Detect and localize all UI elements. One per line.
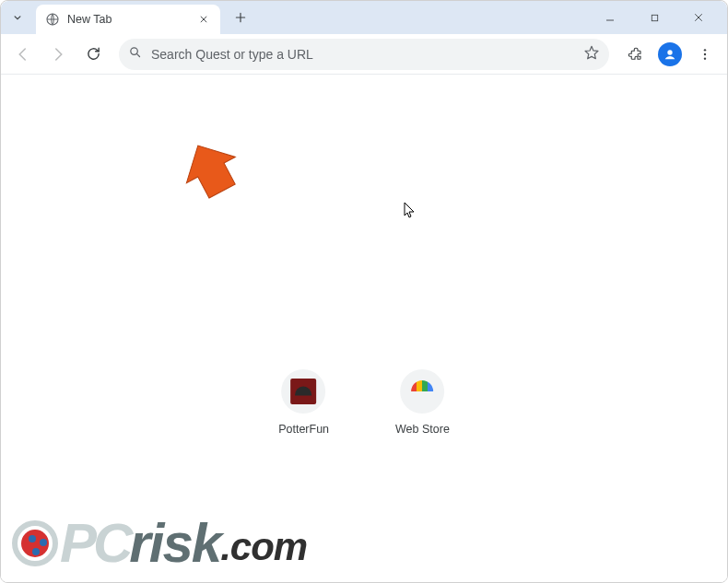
new-tab-page: PotterFun Web Store PC risk .com bbox=[1, 75, 727, 582]
maximize-icon bbox=[650, 13, 660, 23]
watermark-text-risk: risk bbox=[129, 511, 220, 575]
titlebar: New Tab bbox=[1, 1, 727, 34]
svg-point-4 bbox=[704, 49, 706, 51]
bug-logo-icon bbox=[12, 520, 58, 566]
shortcut-icon-circle bbox=[282, 369, 326, 414]
reload-icon bbox=[86, 46, 101, 62]
profile-button[interactable] bbox=[655, 40, 685, 69]
avatar-icon bbox=[658, 42, 682, 66]
pcrisk-watermark: PC risk .com bbox=[12, 511, 307, 575]
close-window-button[interactable] bbox=[679, 5, 718, 30]
chevron-down-icon bbox=[11, 11, 24, 24]
browser-tab[interactable]: New Tab bbox=[36, 5, 220, 34]
plus-icon bbox=[234, 11, 247, 24]
star-icon bbox=[583, 44, 600, 61]
window-controls bbox=[591, 5, 723, 30]
toolbar bbox=[1, 34, 727, 75]
shortcut-label: Web Store bbox=[395, 423, 450, 436]
shortcut-icon-circle bbox=[400, 369, 444, 414]
address-bar[interactable] bbox=[119, 39, 609, 70]
arrow-right-icon bbox=[50, 46, 66, 63]
tab-close-button[interactable] bbox=[196, 12, 211, 27]
close-icon bbox=[199, 15, 208, 24]
search-icon bbox=[128, 45, 142, 63]
minimize-button[interactable] bbox=[591, 5, 629, 30]
menu-button[interactable] bbox=[690, 40, 720, 69]
minimize-icon bbox=[605, 12, 616, 23]
reload-button[interactable] bbox=[78, 40, 108, 69]
watermark-text-com: .com bbox=[220, 525, 307, 569]
svg-point-3 bbox=[667, 50, 672, 54]
tab-search-dropdown[interactable] bbox=[5, 5, 30, 30]
web-store-icon bbox=[411, 380, 433, 402]
back-button[interactable] bbox=[8, 40, 38, 69]
puzzle-icon bbox=[627, 46, 643, 63]
mouse-cursor-icon bbox=[403, 202, 417, 224]
globe-icon bbox=[45, 12, 60, 27]
svg-rect-1 bbox=[652, 15, 657, 20]
svg-point-5 bbox=[704, 52, 706, 54]
kebab-icon bbox=[698, 47, 712, 62]
tab-title: New Tab bbox=[67, 13, 189, 26]
address-input[interactable] bbox=[151, 47, 574, 62]
shortcut-web-store[interactable]: Web Store bbox=[395, 369, 450, 436]
new-tab-button[interactable] bbox=[228, 5, 253, 30]
extensions-button[interactable] bbox=[620, 40, 650, 69]
bookmark-star-button[interactable] bbox=[583, 44, 600, 64]
watermark-text-pc: PC bbox=[60, 511, 129, 575]
arrow-left-icon bbox=[15, 46, 31, 63]
potterfun-icon bbox=[291, 379, 317, 404]
forward-button[interactable] bbox=[43, 40, 73, 69]
shortcut-label: PotterFun bbox=[278, 423, 329, 436]
shortcuts-grid: PotterFun Web Store bbox=[278, 369, 450, 436]
svg-point-6 bbox=[704, 57, 706, 59]
shortcut-potterfun[interactable]: PotterFun bbox=[278, 369, 329, 436]
maximize-button[interactable] bbox=[635, 5, 674, 30]
close-icon bbox=[693, 12, 704, 23]
annotation-arrow-icon bbox=[174, 139, 239, 207]
